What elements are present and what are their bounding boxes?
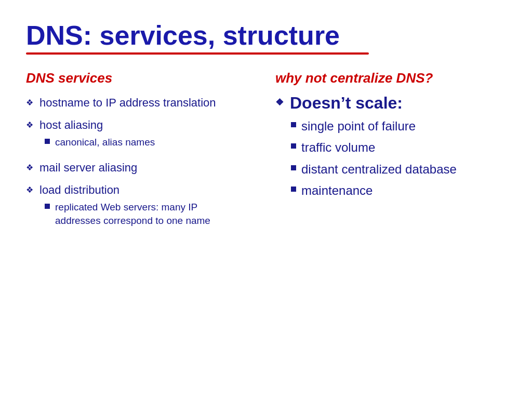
square-icon-2 xyxy=(45,204,50,209)
square-icon-r1 xyxy=(291,122,296,127)
doesnt-scale-text: Doesn’t scale: xyxy=(290,94,403,113)
load-text: load distribution xyxy=(39,183,119,198)
traffic-volume-item: traffic volume xyxy=(291,139,506,155)
canonical-item: canonical, alias names xyxy=(45,136,155,149)
load-sublist: replicated Web servers: many IP addresse… xyxy=(26,201,244,231)
scale-issues-list: single point of failure traffic volume d… xyxy=(291,118,506,198)
centralize-heading: why not centralize DNS? xyxy=(275,70,506,86)
maintenance-text: maintenance xyxy=(301,182,373,198)
hostname-text: hostname to IP address translation xyxy=(39,96,244,111)
square-icon-r2 xyxy=(291,143,296,149)
diamond-icon-2: ❖ xyxy=(26,120,33,131)
square-icon-r4 xyxy=(291,187,296,192)
diamond-icon-1: ❖ xyxy=(26,98,33,109)
aliasing-sublist: canonical, alias names xyxy=(26,136,155,153)
list-item-aliasing: ❖ host aliasing canonical, alias names xyxy=(26,118,244,153)
mail-text: mail server aliasing xyxy=(39,161,244,176)
dns-services-heading: DNS services xyxy=(26,70,244,86)
list-item-load: ❖ load distribution replicated Web serve… xyxy=(26,183,244,232)
title-underline xyxy=(26,52,369,55)
slide: DNS: services, structure DNS services ❖ … xyxy=(0,0,532,399)
aliasing-text: host aliasing xyxy=(39,118,103,133)
diamond-icon-4: ❖ xyxy=(26,185,33,196)
distant-db-item: distant centralized database xyxy=(291,161,506,177)
right-column: why not centralize DNS? ❖ Doesn’t scale:… xyxy=(275,70,506,238)
replicated-text: replicated Web servers: many IP addresse… xyxy=(55,201,244,227)
canonical-text: canonical, alias names xyxy=(55,136,155,149)
single-point-item: single point of failure xyxy=(291,118,506,134)
title-container: DNS: services, structure xyxy=(26,21,506,55)
list-item-hostname: ❖ hostname to IP address translation xyxy=(26,96,244,111)
dns-services-list: ❖ hostname to IP address translation ❖ h… xyxy=(26,96,244,231)
square-icon-1 xyxy=(45,139,50,144)
maintenance-item: maintenance xyxy=(291,182,506,198)
list-item-mail: ❖ mail server aliasing xyxy=(26,161,244,176)
square-icon-r3 xyxy=(291,165,296,170)
distant-db-text: distant centralized database xyxy=(301,161,457,177)
replicated-item: replicated Web servers: many IP addresse… xyxy=(45,201,244,227)
diamond-icon-3: ❖ xyxy=(26,163,33,174)
doesnt-scale-item: ❖ Doesn’t scale: xyxy=(275,94,506,113)
traffic-volume-text: traffic volume xyxy=(301,139,375,155)
diamond-icon-right: ❖ xyxy=(275,97,284,108)
slide-title: DNS: services, structure xyxy=(26,21,340,50)
content-columns: DNS services ❖ hostname to IP address tr… xyxy=(26,70,506,238)
single-point-text: single point of failure xyxy=(301,118,416,134)
left-column: DNS services ❖ hostname to IP address tr… xyxy=(26,70,244,238)
